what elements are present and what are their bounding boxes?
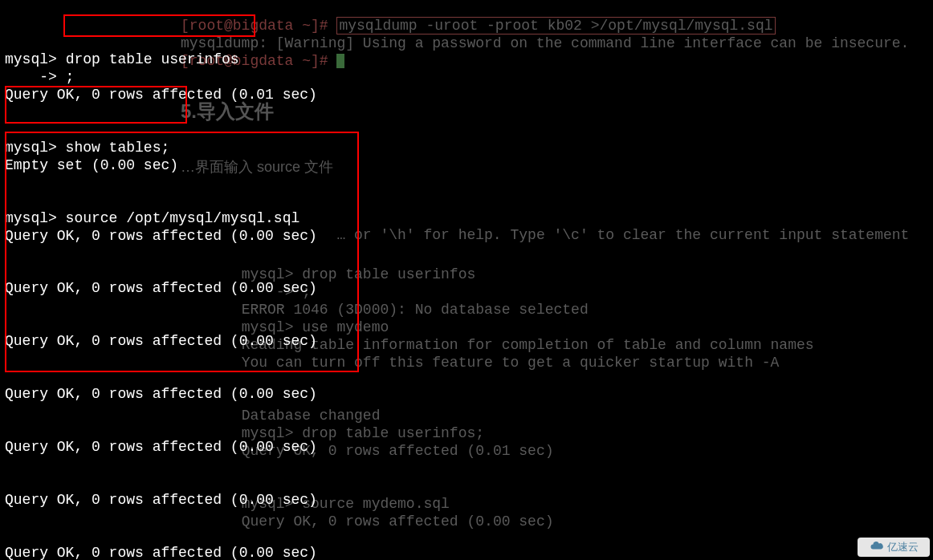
result-ok-line: Query OK, 0 rows affected (0.00 sec) <box>5 386 317 402</box>
blank-line <box>5 351 933 368</box>
cloud-icon <box>870 538 884 556</box>
watermark-badge: 亿速云 <box>858 538 930 557</box>
blank-line <box>5 457 933 474</box>
result-ok-line: Query OK, 0 rows affected (0.00 sec) <box>5 228 317 244</box>
blank-line <box>5 509 933 527</box>
cmd-show-tables: mysql> show tables; <box>5 140 169 156</box>
result-drop-ok: Query OK, 0 rows affected (0.01 sec) <box>5 87 317 103</box>
blank-line <box>5 298 933 315</box>
result-ok-line: Query OK, 0 rows affected (0.00 sec) <box>5 280 317 296</box>
cmd-drop-table: mysql> drop table userinfos <box>5 51 239 67</box>
result-ok-line: Query OK, 0 rows affected (0.00 sec) <box>5 545 317 560</box>
result-ok-line: Query OK, 0 rows affected (0.00 sec) <box>5 439 317 455</box>
result-empty-set: Empty set (0.00 sec) <box>5 157 178 173</box>
blank-line <box>5 245 933 262</box>
blank-line <box>5 175 933 193</box>
cmd-source-file: mysql> source /opt/mysql/mysql.sql <box>5 210 299 226</box>
result-ok-line: Query OK, 0 rows affected (0.00 sec) <box>5 492 317 508</box>
blank-line <box>5 404 933 421</box>
result-ok-line: Query OK, 0 rows affected (0.00 sec) <box>5 333 317 349</box>
watermark-text: 亿速云 <box>887 541 919 554</box>
foreground-terminal[interactable]: mysql> drop table userinfos -> ; Query O… <box>0 0 933 560</box>
blank-line <box>5 104 933 122</box>
cmd-drop-table-cont: -> ; <box>5 69 74 85</box>
